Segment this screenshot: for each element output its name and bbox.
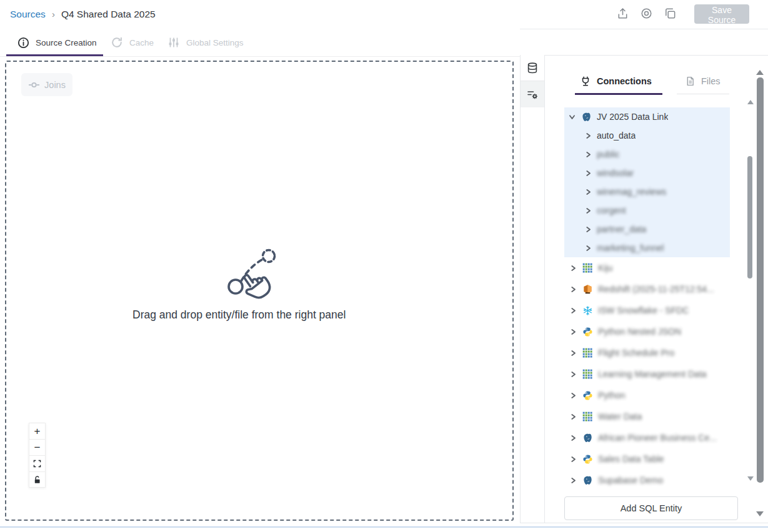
- join-icon: [28, 81, 40, 89]
- tree-item-corgent[interactable]: corgent: [564, 201, 730, 220]
- chevron-expanded-icon[interactable]: [569, 114, 576, 121]
- joins-button[interactable]: Joins: [21, 73, 72, 96]
- connection-item-kiju[interactable]: Kiju: [564, 257, 730, 278]
- connection-item-label: Kiju: [598, 263, 612, 273]
- connection-item-learning-management-data[interactable]: Learning Management Data: [564, 363, 730, 385]
- chevron-right-icon[interactable]: [570, 392, 577, 399]
- sheet-icon: [582, 347, 593, 358]
- connection-item-label: Sales Data Table: [598, 454, 664, 464]
- connection-item-label: Python Nested JSON: [598, 327, 681, 337]
- chevron-right-icon[interactable]: [585, 207, 592, 214]
- panel-tab-connections[interactable]: Connections: [580, 76, 652, 87]
- python-icon: [582, 390, 593, 401]
- chevron-right-icon[interactable]: [570, 328, 577, 335]
- outer-scrollbar-thumb[interactable]: [757, 77, 764, 483]
- list-settings-icon: [526, 88, 539, 101]
- zoom-out-button[interactable]: −: [29, 439, 46, 455]
- connection-item-redshift-2025-11-25t12-54[interactable]: Redshift (2025-11-25T12:54...: [564, 278, 730, 300]
- connections-tab-underline: [575, 93, 662, 95]
- tab-source-creation[interactable]: Source Creation: [17, 29, 97, 56]
- upload-icon[interactable]: [616, 7, 629, 20]
- connection-item-isw-snowflake-sfdc[interactable]: ISW Snowflake - SFDC: [564, 300, 730, 321]
- tree-connection-jv-2025-data-link[interactable]: JV 2025 Data Link: [564, 107, 730, 126]
- zoom-in-button[interactable]: +: [29, 423, 46, 439]
- outer-scroll-down-arrow[interactable]: [756, 511, 764, 516]
- connection-item-supabase-demo[interactable]: Supabase Demo: [564, 470, 730, 491]
- connection-item-python-nested-json[interactable]: Python Nested JSON: [564, 321, 730, 342]
- fit-view-icon: [33, 460, 41, 468]
- data-sources-strip-tab[interactable]: [521, 55, 544, 81]
- chevron-right-icon[interactable]: [585, 132, 592, 139]
- chevron-right-icon[interactable]: [585, 170, 592, 177]
- tree-item-label: corgent: [597, 205, 626, 215]
- tab-source-creation-label: Source Creation: [36, 38, 97, 47]
- sheet-icon: [582, 368, 593, 380]
- canvas-controls: + −: [29, 423, 46, 488]
- connection-item-flight-schedule-pro[interactable]: Flight Schedule Pro: [564, 342, 730, 363]
- active-tab-underline: [6, 54, 103, 56]
- breadcrumb: Sources › Q4 Shared Data 2025: [10, 0, 156, 29]
- connection-item-label: Learning Management Data: [598, 369, 707, 379]
- add-sql-entity-button[interactable]: Add SQL Entity: [564, 496, 738, 520]
- preview-eye-icon[interactable]: [640, 7, 653, 20]
- panel-tab-files[interactable]: Files: [685, 76, 721, 87]
- connection-item-label: Water Data: [598, 411, 642, 421]
- save-source-button[interactable]: Save Source: [694, 4, 749, 24]
- chevron-right-icon[interactable]: [570, 265, 577, 272]
- python-icon: [582, 326, 593, 337]
- chevron-right-icon[interactable]: [570, 435, 577, 441]
- chevron-right-icon[interactable]: [585, 226, 592, 233]
- inner-scroll-down-arrow[interactable]: [747, 476, 754, 481]
- tree-item-label: winemag_reviews: [597, 187, 666, 197]
- zoom-in-glyph: +: [34, 425, 41, 438]
- tree-item-winemag-reviews[interactable]: winemag_reviews: [564, 182, 730, 201]
- breadcrumb-separator-icon: ›: [52, 9, 55, 19]
- connection-tree-selected-group: JV 2025 Data Link auto_datapublicwindsol…: [564, 107, 730, 257]
- fit-view-button[interactable]: [29, 455, 46, 471]
- chevron-right-icon[interactable]: [570, 371, 577, 378]
- snowflake-icon: [582, 305, 593, 316]
- chevron-right-icon[interactable]: [570, 307, 577, 314]
- chevron-right-icon[interactable]: [570, 477, 577, 484]
- tree-item-label: windsolar: [597, 168, 634, 178]
- tree-item-public[interactable]: public: [564, 145, 730, 164]
- connection-item-label: ISW Snowflake - SFDC: [598, 305, 689, 315]
- connection-item-water-data[interactable]: Water Data: [564, 406, 730, 427]
- sheet-icon: [582, 262, 593, 273]
- connection-item-label: Supabase Demo: [598, 475, 663, 485]
- tab-global-settings[interactable]: Global Settings: [167, 29, 244, 56]
- breadcrumb-sources-link[interactable]: Sources: [10, 9, 46, 20]
- drag-drop-icon: [226, 245, 290, 305]
- copy-icon[interactable]: [664, 7, 677, 20]
- chevron-right-icon[interactable]: [585, 151, 592, 158]
- outer-scroll-up-arrow[interactable]: [756, 70, 764, 75]
- tree-item-label: public: [597, 149, 620, 159]
- connection-item-sales-data-table[interactable]: Sales Data Table: [564, 448, 730, 470]
- file-icon: [685, 76, 696, 87]
- chevron-right-icon[interactable]: [570, 286, 577, 293]
- tree-item-partner-data[interactable]: partner_data: [564, 220, 730, 239]
- tree-item-label: partner_data: [597, 224, 646, 234]
- source-canvas-dropzone[interactable]: Joins Drag and drop entity/file from the…: [5, 61, 514, 521]
- tree-item-windsolar[interactable]: windsolar: [564, 164, 730, 182]
- tab-cache[interactable]: Cache: [111, 29, 154, 56]
- tree-item-auto-data[interactable]: auto_data: [564, 126, 730, 145]
- connection-item-python[interactable]: Python: [564, 385, 730, 406]
- dropzone-hint-text: Drag and drop entity/file from the right…: [132, 308, 357, 322]
- connection-item-african-pioneer-business-ce[interactable]: African Pioneer Business Ce...: [564, 427, 730, 448]
- chevron-right-icon[interactable]: [570, 350, 577, 357]
- panel-side-strip: [520, 55, 545, 523]
- info-icon: [17, 37, 29, 49]
- chevron-right-icon[interactable]: [585, 189, 592, 195]
- settings-strip-tab[interactable]: [521, 81, 544, 107]
- sheet-icon: [582, 411, 593, 422]
- lock-button[interactable]: [29, 471, 46, 488]
- chevron-right-icon[interactable]: [585, 245, 592, 252]
- chevron-right-icon[interactable]: [570, 413, 577, 420]
- chevron-right-icon[interactable]: [570, 456, 577, 463]
- inner-scroll-up-arrow[interactable]: [747, 100, 754, 104]
- tab-cache-label: Cache: [129, 38, 154, 47]
- connection-item-label: Redshift (2025-11-25T12:54...: [598, 284, 714, 294]
- inner-scrollbar-thumb[interactable]: [747, 156, 752, 278]
- tree-item-marketing-funnel[interactable]: marketing_funnel: [564, 239, 730, 257]
